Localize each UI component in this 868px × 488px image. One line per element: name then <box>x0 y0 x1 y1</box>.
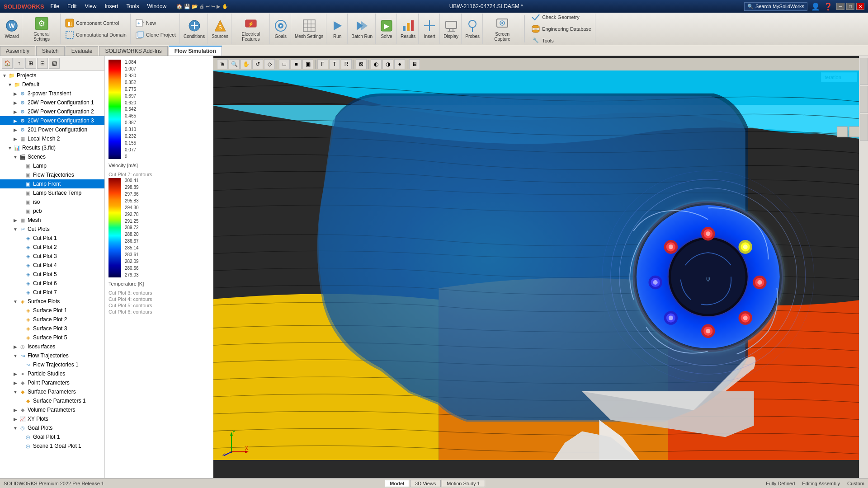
display-button[interactable]: Display <box>441 14 462 44</box>
statusbar-tab-3dviews[interactable]: 3D Views <box>410 480 441 487</box>
tree-cut-plot-3[interactable]: ▶ ◈ Cut Plot 3 <box>0 252 104 261</box>
expand-ft-icon[interactable]: ▼ <box>13 353 18 358</box>
tree-particle-studies[interactable]: ▶ ● Particle Studies <box>0 369 104 378</box>
tree-surface-plot-1[interactable]: ▶ ◈ Surface Plot 1 <box>0 306 104 315</box>
expand-cutplots-icon[interactable]: ▼ <box>13 226 18 232</box>
tree-lamp-surface-temp[interactable]: ▶ ▣ Lamp Surface Temp <box>0 188 104 197</box>
tree-lamp-front[interactable]: ▶ ▣ Lamp Front <box>0 179 104 188</box>
check-geometry-button[interactable]: Check Geometry <box>529 12 593 23</box>
tree-default[interactable]: ▼ 📁 Default <box>0 80 104 89</box>
vp-zoom-tool[interactable]: 🔍 <box>229 59 240 69</box>
sidebar-home-button[interactable]: 🏠 <box>2 58 13 69</box>
right-panel-btn-2[interactable] <box>860 86 868 113</box>
menu-view[interactable]: View <box>81 2 100 10</box>
tree-cut-plot-2[interactable]: ▶ ◈ Cut Plot 2 <box>0 243 104 252</box>
statusbar-tab-motionstudy1[interactable]: Motion Study 1 <box>442 480 485 487</box>
vp-fit-view[interactable]: ⊠ <box>356 59 367 69</box>
general-settings-button[interactable]: ⚙ General Settings <box>23 14 61 44</box>
tree-20w-config-1[interactable]: ▶ ⚙ 20W Power Configuration 1 <box>0 98 104 107</box>
expand-gp-icon[interactable]: ▼ <box>13 425 18 431</box>
right-panel-btn-3[interactable] <box>860 114 868 141</box>
expand-results-icon[interactable]: ▼ <box>7 145 13 150</box>
tree-lamp[interactable]: ▶ ▣ Lamp <box>0 161 104 170</box>
menu-edit[interactable]: Edit <box>64 2 80 10</box>
vp-pick-tool[interactable]: ◇ <box>264 59 275 69</box>
computational-domain-button[interactable]: Computational Domain <box>63 29 128 40</box>
viewport[interactable]: 🖱 🔍 ✋ ↺ ◇ □ ■ ▣ F T R ⊠ ◐ ◑ ● 🖥 Iteratio… <box>213 56 859 478</box>
menu-tools[interactable]: Tools <box>123 2 142 10</box>
minimize-button[interactable]: ─ <box>836 3 844 10</box>
vp-render[interactable]: ● <box>394 59 405 69</box>
sidebar-collapse-button[interactable]: ⊟ <box>37 58 48 69</box>
user-icon[interactable]: ❓ <box>824 2 833 11</box>
vp-rotate-tool[interactable]: ↺ <box>252 59 263 69</box>
new-button[interactable]: + New <box>133 18 178 28</box>
tree-20w-config-2[interactable]: ▶ ⚙ 20W Power Configuration 2 <box>0 107 104 116</box>
expand-mesh-icon[interactable]: ▶ <box>13 217 18 223</box>
tree-surface-parameters-1[interactable]: ▶ ◆ Surface Parameters 1 <box>0 396 104 405</box>
search-bar[interactable]: 🔍 Search MySolidWorks <box>744 2 807 11</box>
tab-sketch[interactable]: Sketch <box>36 46 65 56</box>
component-control-button[interactable]: ◧ Component Control <box>63 18 128 28</box>
sources-button[interactable]: S Sources <box>209 14 231 44</box>
goals-button[interactable]: Goals <box>271 14 291 44</box>
probes-button[interactable]: Probes <box>462 14 483 44</box>
tree-surface-parameters[interactable]: ▼ ◆ Surface Parameters <box>0 387 104 396</box>
tree-point-parameters[interactable]: ▶ ◆ Point Parameters <box>0 378 104 387</box>
expand-ps-icon[interactable]: ▶ <box>13 371 18 376</box>
vp-view-front[interactable]: F <box>317 59 328 69</box>
sidebar-filter-button[interactable]: ▧ <box>49 58 60 69</box>
right-panel-btn-1[interactable] <box>860 58 868 85</box>
tab-solidworks-addins[interactable]: SOLIDWORKS Add-Ins <box>99 46 167 56</box>
menu-file[interactable]: File <box>47 2 63 10</box>
restore-button[interactable]: □ <box>846 3 854 10</box>
expand-surfaceplots-icon[interactable]: ▼ <box>13 299 18 304</box>
expand-3power-icon[interactable]: ▶ <box>13 91 18 96</box>
expand-vp-icon[interactable]: ▶ <box>13 407 18 413</box>
tree-isosurfaces[interactable]: ▶ ◎ Isosurfaces <box>0 342 104 351</box>
tree-volume-parameters[interactable]: ▶ ◆ Volume Parameters <box>0 405 104 414</box>
menu-insert[interactable]: Insert <box>101 2 122 10</box>
vp-texture[interactable]: ◑ <box>382 59 393 69</box>
mesh-settings-button[interactable]: Mesh Settings <box>292 14 326 44</box>
cfd-visualization[interactable]: ψ <box>213 70 859 460</box>
tree-cut-plots[interactable]: ▼ ✂ Cut Plots <box>0 225 104 234</box>
expand-pp-icon[interactable]: ▶ <box>13 380 18 385</box>
tree-surface-plot-5[interactable]: ▶ ◈ Surface Plot 5 <box>0 333 104 342</box>
wizard-button[interactable]: W Wizard <box>2 14 22 44</box>
tree-goal-plot-1[interactable]: ▶ ◎ Goal Plot 1 <box>0 432 104 441</box>
results-button[interactable]: Results <box>398 14 419 44</box>
tree-surface-plot-2[interactable]: ▶ ◈ Surface Plot 2 <box>0 315 104 324</box>
expand-20w1-icon[interactable]: ▶ <box>13 100 18 105</box>
help-icon[interactable]: 👤 <box>811 2 820 11</box>
run-button[interactable]: Run <box>327 14 348 44</box>
tree-cut-plot-4[interactable]: ▶ ◈ Cut Plot 4 <box>0 261 104 270</box>
tree-flow-trajectories-scene[interactable]: ▶ ▣ Flow Trajectories <box>0 170 104 179</box>
tree-20w-config-3[interactable]: ▶ ⚙ 20W Power Configuration 3 <box>0 116 104 125</box>
tab-assembly[interactable]: Assembly <box>0 46 35 56</box>
tree-cut-plot-5[interactable]: ▶ ◈ Cut Plot 5 <box>0 270 104 279</box>
tree-projects[interactable]: ▼ 📁 Projects <box>0 71 104 80</box>
tab-flow-simulation[interactable]: Flow Simulation <box>169 46 222 56</box>
screen-capture-button[interactable]: Screen Capture <box>484 14 521 44</box>
tree-surface-plot-3[interactable]: ▶ ◈ Surface Plot 3 <box>0 324 104 333</box>
expand-scenes-icon[interactable]: ▼ <box>13 154 18 160</box>
vp-pan-tool[interactable]: ✋ <box>241 59 251 69</box>
tree-local-mesh-2[interactable]: ▶ ▦ Local Mesh 2 <box>0 134 104 143</box>
conditions-button[interactable]: Conditions <box>181 14 208 44</box>
statusbar-tab-model[interactable]: Model <box>385 480 409 487</box>
tree-3power-transient[interactable]: ▶ ⚙ 3-power Transient <box>0 89 104 98</box>
tree-flow-trajectories-1[interactable]: ▶ ↝ Flow Trajectories 1 <box>0 360 104 369</box>
batch-run-button[interactable]: Batch Run <box>349 14 376 44</box>
expand-default-icon[interactable]: ▼ <box>7 82 13 87</box>
expand-201-icon[interactable]: ▶ <box>13 127 18 132</box>
tree-scenes[interactable]: ▼ 🎬 Scenes <box>0 152 104 161</box>
insert-button[interactable]: Insert <box>420 14 440 44</box>
tree-cut-plot-6[interactable]: ▶ ◈ Cut Plot 6 <box>0 279 104 288</box>
tab-evaluate[interactable]: Evaluate <box>66 46 99 56</box>
clone-project-button[interactable]: Clone Project <box>133 29 178 40</box>
tree-pcb[interactable]: ▶ ▣ pcb <box>0 206 104 216</box>
vp-display-mode-2[interactable]: ■ <box>291 59 302 69</box>
close-button[interactable]: ✕ <box>856 3 864 10</box>
expand-20w3-icon[interactable]: ▶ <box>13 118 18 123</box>
